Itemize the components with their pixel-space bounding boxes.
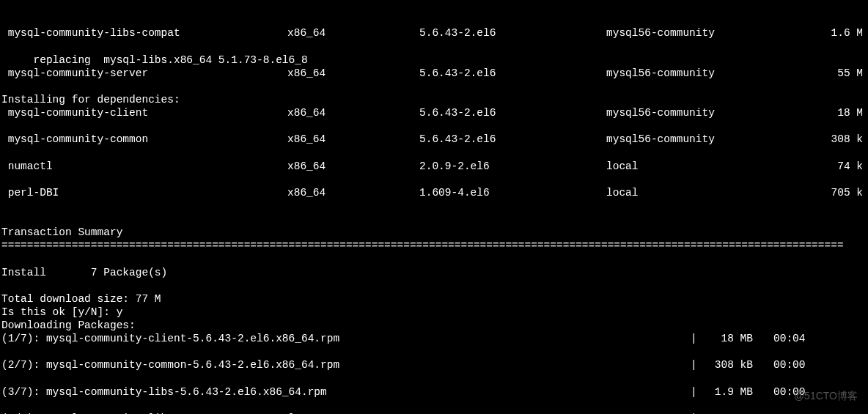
download-row: (2/7): mysql-community-common-5.6.43-2.e… (1, 358, 867, 372)
download-row: (3/7): mysql-community-libs-5.6.43-2.el6… (1, 385, 867, 399)
replacing-line: replacing mysql-libs.x86_64 5.1.73-8.el6… (1, 54, 308, 66)
pkg-row: perl-DBIx86_641.609-4.el6local705 k (1, 186, 867, 199)
pkg-ver: 5.6.43-2.el6 (419, 26, 606, 40)
pkg-size: 1.6 M (812, 26, 863, 40)
pkg-repo: mysql56-community (606, 26, 812, 40)
pkg-name: mysql-community-libs-compat (1, 26, 287, 40)
pkg-row: mysql-community-commonx86_645.6.43-2.el6… (1, 133, 867, 146)
watermark-text: @51CTO博客 (794, 390, 858, 403)
download-row: (1/7): mysql-community-client-5.6.43-2.e… (1, 332, 867, 345)
divider-double: ========================================… (1, 239, 867, 252)
total-download-size: Total download size: 77 M (1, 293, 161, 305)
pkg-arch: x86_64 (287, 26, 419, 40)
terminal-output: mysql-community-libs-compatx86_645.6.43-… (0, 13, 868, 414)
downloading-label: Downloading Packages: (1, 319, 136, 331)
pkg-row: mysql-community-clientx86_645.6.43-2.el6… (1, 106, 867, 119)
prompt-line: Is this ok [y/N]: y (1, 306, 122, 318)
install-count: Install 7 Package(s) (1, 267, 167, 278)
pkg-row: mysql-community-libs-compatx86_645.6.43-… (1, 26, 867, 40)
deps-header: Installing for dependencies: (1, 94, 180, 106)
summary-header: Transaction Summary (1, 226, 122, 238)
pkg-row: mysql-community-serverx86_645.6.43-2.el6… (1, 67, 867, 80)
pkg-row: numactlx86_642.0.9-2.el6local74 k (1, 160, 867, 173)
